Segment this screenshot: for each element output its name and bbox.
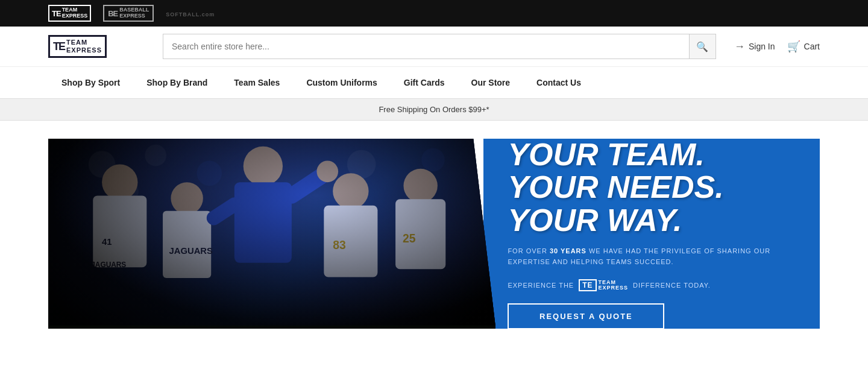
hero-subtext: FOR OVER 30 YEARS WE HAVE HAD THE PRIVIL… bbox=[508, 246, 796, 267]
top-bar: TE TEAMEXPRESS BE BASEBALLEXPRESS SOFTBA… bbox=[0, 0, 868, 27]
our-store-link[interactable]: Our Store bbox=[458, 67, 524, 98]
hero-banner: 41 JAGUARS JAGUARS bbox=[48, 139, 820, 329]
nav-item-custom-uniforms[interactable]: Custom Uniforms bbox=[293, 67, 390, 98]
hero-headline-line2: YOUR NEEDS. bbox=[508, 171, 796, 204]
header-actions: → Sign In 🛒 Cart bbox=[734, 40, 820, 53]
softball-text: SOFTBALL.com bbox=[166, 11, 215, 17]
custom-uniforms-link[interactable]: Custom Uniforms bbox=[293, 67, 390, 98]
shipping-text: Free Shipping On Orders $99+* bbox=[379, 105, 489, 114]
shop-by-sport-link[interactable]: Shop By Sport bbox=[48, 67, 133, 98]
hero-subtext-part1: FOR OVER bbox=[508, 247, 550, 254]
cart-button[interactable]: 🛒 Cart bbox=[787, 40, 820, 53]
search-bar: 🔍 bbox=[163, 34, 716, 59]
team-express-top-logo[interactable]: TE TEAMEXPRESS bbox=[48, 5, 91, 22]
nav-item-shop-by-brand[interactable]: Shop By Brand bbox=[133, 67, 221, 98]
baseball-express-name-top: BASEBALLEXPRESS bbox=[119, 7, 149, 19]
contact-us-link[interactable]: Contact Us bbox=[523, 67, 594, 98]
te-letters-top: TE bbox=[52, 9, 61, 18]
main-navigation: Shop By Sport Shop By Brand Team Sales C… bbox=[0, 67, 868, 99]
hero-subtext-bold: 30 YEARS bbox=[550, 247, 587, 254]
hero-photo: 41 JAGUARS JAGUARS bbox=[48, 139, 495, 329]
nav-item-contact-us[interactable]: Contact Us bbox=[523, 67, 594, 98]
search-input[interactable] bbox=[163, 34, 689, 58]
hero-brand-logo: TE TEAM EXPRESS bbox=[579, 279, 628, 291]
softball-top-logo[interactable]: SOFTBALL.com bbox=[166, 8, 215, 18]
cart-label: Cart bbox=[804, 42, 820, 51]
hero-te-name: TEAM EXPRESS bbox=[599, 280, 629, 292]
cta-label: REQUEST A QUOTE bbox=[539, 312, 633, 321]
nav-item-shop-by-sport[interactable]: Shop By Sport bbox=[48, 67, 133, 98]
baseball-express-top-logo[interactable]: BE BASEBALLEXPRESS bbox=[103, 5, 154, 22]
site-logo[interactable]: TE TEAM EXPRESS bbox=[48, 35, 145, 58]
hero-experience-suffix: DIFFERENCE TODAY. bbox=[633, 282, 711, 289]
logo-te-letters: TE bbox=[53, 40, 64, 53]
hero-experience-prefix: EXPERIENCE THE bbox=[508, 282, 574, 289]
cart-icon: 🛒 bbox=[787, 40, 800, 53]
search-button[interactable]: 🔍 bbox=[689, 34, 715, 58]
crowd-background bbox=[48, 139, 495, 329]
sign-in-icon: → bbox=[734, 40, 745, 53]
team-express-name-top: TEAMEXPRESS bbox=[62, 7, 88, 19]
nav-item-gift-cards[interactable]: Gift Cards bbox=[391, 67, 458, 98]
hero-brand-line: EXPERIENCE THE TE TEAM EXPRESS DIFFERENC… bbox=[508, 279, 796, 291]
be-letters-top: BE bbox=[108, 9, 118, 18]
shop-by-brand-link[interactable]: Shop By Brand bbox=[133, 67, 221, 98]
team-sales-link[interactable]: Team Sales bbox=[221, 67, 293, 98]
request-quote-button[interactable]: REQUEST A QUOTE bbox=[508, 303, 664, 329]
hero-te-letters: TE bbox=[582, 281, 593, 289]
nav-item-team-sales[interactable]: Team Sales bbox=[221, 67, 293, 98]
sign-in-label: Sign In bbox=[749, 42, 775, 51]
hero-headline: YOUR TEAM. YOUR NEEDS. YOUR WAY. bbox=[508, 139, 796, 236]
hero-headline-line1: YOUR TEAM. bbox=[508, 139, 796, 171]
search-icon: 🔍 bbox=[696, 41, 708, 52]
nav-item-our-store[interactable]: Our Store bbox=[458, 67, 524, 98]
hero-photo-inner: 41 JAGUARS JAGUARS bbox=[48, 139, 495, 329]
nav-list: Shop By Sport Shop By Brand Team Sales C… bbox=[48, 67, 820, 98]
logo-name-text: TEAM EXPRESS bbox=[66, 39, 102, 54]
site-header: TE TEAM EXPRESS 🔍 → Sign In 🛒 Cart bbox=[0, 27, 868, 67]
sign-in-button[interactable]: → Sign In bbox=[734, 40, 775, 53]
logo-icon-box: TE TEAM EXPRESS bbox=[48, 35, 107, 58]
hero-headline-line3: YOUR WAY. bbox=[508, 204, 796, 237]
gift-cards-link[interactable]: Gift Cards bbox=[391, 67, 458, 98]
hero-te-box: TE bbox=[579, 279, 596, 291]
shipping-bar: Free Shipping On Orders $99+* bbox=[0, 99, 868, 121]
hero-content: YOUR TEAM. YOUR NEEDS. YOUR WAY. FOR OVE… bbox=[483, 139, 820, 329]
